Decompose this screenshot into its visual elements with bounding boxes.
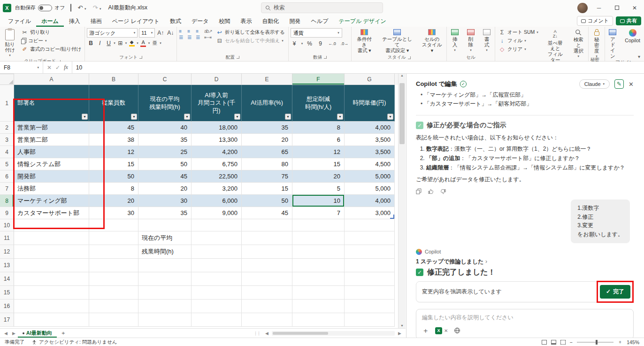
cell-D15[interactable] [192, 286, 242, 300]
cell-A16[interactable] [14, 300, 89, 313]
addins-button[interactable]: アド イン [607, 28, 618, 60]
header-cell-E1[interactable]: AI活用率(%)▼ [242, 85, 292, 122]
row-header-2[interactable]: 2 [0, 122, 14, 134]
horizontal-scrollbar[interactable] [272, 331, 395, 336]
accessibility-status[interactable]: アクセシビリティ: 問題ありません [32, 339, 117, 346]
cell-E17[interactable] [242, 313, 292, 327]
row-header-6[interactable]: 6 [0, 170, 14, 183]
row-header-16[interactable]: 16 [0, 300, 14, 313]
cell-E11[interactable] [242, 231, 292, 245]
page-layout-view-icon[interactable] [551, 340, 556, 345]
dialog-launcher-icon[interactable] [408, 56, 411, 59]
align-left-icon[interactable]: ☰ [179, 35, 185, 40]
cell-C14[interactable] [138, 272, 192, 286]
done-button[interactable]: ✓完了 [600, 285, 630, 299]
row-header-14[interactable]: 14 [0, 272, 14, 286]
sensitivity-button[interactable]: 秘密 度▾ [590, 28, 603, 59]
align-bottom-icon[interactable]: ≡ [196, 29, 202, 34]
insert-cells-button[interactable]: 挿入▾ [449, 28, 461, 53]
autosave-switch-icon[interactable] [38, 5, 52, 11]
percent-style-button[interactable]: % [306, 39, 314, 48]
header-cell-D1[interactable]: AI導入前月間コスト(千円)▼ [192, 85, 242, 122]
copy-response-icon[interactable] [416, 188, 422, 195]
name-box[interactable]: F8▾ [0, 62, 43, 73]
cell-D14[interactable] [192, 272, 242, 286]
cell-F7[interactable]: 5 [292, 183, 345, 195]
cell-G4[interactable]: 3,500 [345, 146, 395, 158]
comments-button[interactable]: コメント [577, 16, 613, 26]
header-cell-C1[interactable]: 現在の平均残業時間(h)▼ [138, 85, 192, 122]
cell-A3[interactable]: 営業第二部 [14, 134, 89, 146]
ribbon-tab-7[interactable]: データ [186, 16, 214, 27]
column-header-F[interactable]: F [292, 74, 345, 85]
insert-function-icon[interactable]: fx [64, 64, 68, 71]
ribbon-tab-8[interactable]: 校閲 [214, 16, 236, 27]
maximize-button[interactable] [610, 5, 623, 11]
remove-context-icon[interactable]: ✕ [444, 328, 448, 333]
ribbon-tab-13[interactable]: テーブル デザイン [333, 16, 391, 27]
delete-cells-button[interactable]: 削除▾ [465, 28, 477, 53]
cell-B6[interactable]: 50 [89, 170, 138, 183]
cell-D8[interactable]: 6,000 [192, 195, 242, 207]
ribbon-tab-3[interactable]: 挿入 [64, 16, 85, 27]
cell-D2[interactable]: 18,000 [192, 122, 242, 134]
copilot-input[interactable]: 編集したい内容を説明してください ＋ X✕ [416, 309, 634, 338]
align-center-icon[interactable]: ☰ [187, 35, 194, 40]
cell-A8[interactable]: マーケティング部 [14, 195, 89, 207]
zoom-out-button[interactable]: − [570, 339, 573, 345]
cell-D6[interactable]: 22,500 [192, 170, 242, 183]
header-cell-G1[interactable]: 時間単価(円)▼ [345, 85, 395, 122]
cell-D17[interactable] [192, 313, 242, 327]
cell-B3[interactable]: 38 [89, 134, 138, 146]
cell-E16[interactable] [242, 300, 292, 313]
cancel-entry-icon[interactable]: ✕ [47, 64, 52, 71]
cell-G5[interactable]: 4,500 [345, 158, 395, 170]
workbook-context-chip[interactable]: X✕ [435, 327, 448, 334]
filter-button[interactable]: ▼ [337, 114, 343, 120]
merge-center-button[interactable]: ⊟セルを結合して中央揃え▾ [215, 37, 286, 45]
cut-button[interactable]: ✂切り取り [20, 29, 83, 36]
decrease-decimal-button[interactable]: .0→ [340, 39, 350, 48]
cell-F4[interactable]: 12 [292, 146, 345, 158]
cell-F5[interactable]: 15 [292, 158, 345, 170]
open-editor-icon[interactable]: ✎ [614, 79, 624, 89]
hscroll-left-icon[interactable]: ◀ [263, 331, 271, 336]
cell-E4[interactable]: 65 [242, 146, 292, 158]
thumbs-down-icon[interactable] [440, 188, 446, 195]
increase-decimal-button[interactable]: ←.0 [327, 39, 337, 48]
cell-E12[interactable] [242, 245, 292, 259]
cell-C16[interactable] [138, 300, 192, 313]
cell-A2[interactable]: 営業第一部 [14, 122, 89, 134]
font-color-button[interactable]: A [139, 39, 147, 47]
cell-G3[interactable]: 3,500 [345, 134, 395, 146]
cell-G13[interactable] [345, 259, 395, 272]
ribbon-tab-6[interactable]: 数式 [165, 16, 186, 27]
cell-G14[interactable] [345, 272, 395, 286]
cell-F17[interactable] [292, 313, 345, 327]
cell-C17[interactable] [138, 313, 192, 327]
cell-G16[interactable] [345, 300, 395, 313]
header-cell-A1[interactable]: 部署名▼ [14, 85, 89, 122]
phonetic-guide-button[interactable]: 亜 [151, 39, 159, 47]
vertical-scrollbar[interactable]: ▲▼ [398, 74, 406, 328]
share-button[interactable]: 共有 [616, 16, 641, 25]
reasoning-summary[interactable]: 1 ステップで推論しました › [416, 258, 634, 266]
row-header-5[interactable]: 5 [0, 158, 14, 170]
column-header-B[interactable]: B [89, 74, 138, 85]
cell-C11[interactable]: 現在の平均 [138, 231, 192, 245]
bold-button[interactable]: B [87, 39, 95, 47]
user-avatar[interactable] [577, 3, 588, 13]
cell-F15[interactable] [292, 286, 345, 300]
row-header-1[interactable]: 1 [0, 85, 14, 122]
search-input[interactable]: 検索 [261, 2, 383, 13]
grow-font-button[interactable]: A↑ [156, 29, 165, 37]
zoom-level[interactable]: 145% [627, 339, 639, 345]
comma-style-button[interactable]: 9 [316, 39, 324, 48]
select-all-button[interactable] [0, 74, 14, 85]
cell-F6[interactable]: 20 [292, 170, 345, 183]
column-header-A[interactable]: A [14, 74, 89, 85]
cell-F11[interactable] [292, 231, 345, 245]
ribbon-tab-4[interactable]: 描画 [85, 16, 107, 27]
ribbon-tab-1[interactable]: ファイル [3, 16, 36, 27]
cell-G10[interactable] [345, 219, 395, 231]
